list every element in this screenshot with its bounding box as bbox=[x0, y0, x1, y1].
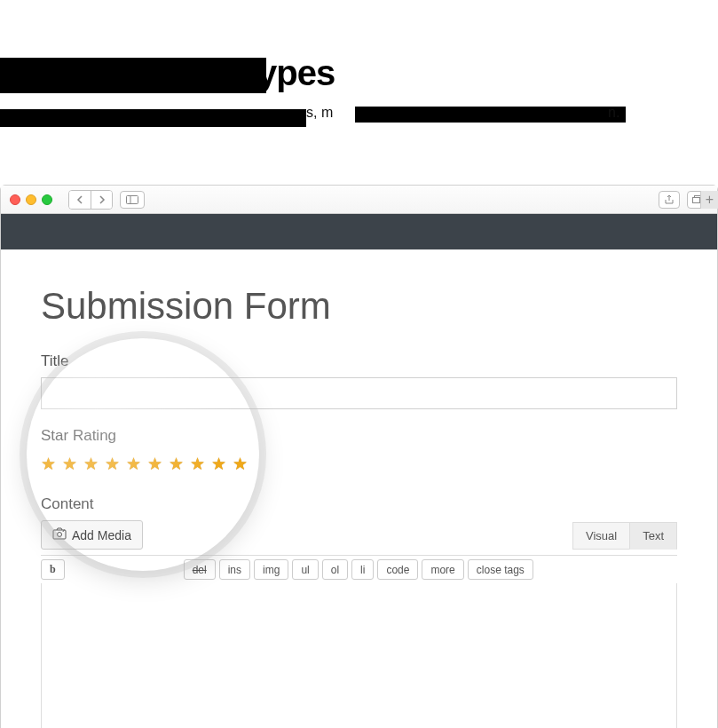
page-title: Submission Form bbox=[41, 285, 677, 328]
content-editor[interactable] bbox=[41, 583, 677, 728]
editor-toolbar: b del ins img ul ol li code more close t… bbox=[41, 555, 677, 583]
back-button[interactable] bbox=[69, 191, 91, 209]
svg-point-5 bbox=[58, 533, 62, 537]
star-icon[interactable]: ★ bbox=[169, 454, 184, 474]
sidebar-toggle-button[interactable] bbox=[120, 191, 145, 209]
toolbar-img-button[interactable]: img bbox=[254, 559, 288, 580]
close-window-button[interactable] bbox=[10, 194, 20, 205]
toolbar-del-button[interactable]: del bbox=[184, 559, 216, 580]
toolbar-ins-button[interactable]: ins bbox=[219, 559, 250, 580]
toolbar-close-tags-button[interactable]: close tags bbox=[468, 559, 533, 580]
toolbar-bold-button[interactable]: b bbox=[41, 559, 65, 580]
star-icon[interactable]: ★ bbox=[105, 454, 120, 474]
tab-text[interactable]: Text bbox=[629, 522, 677, 550]
browser-chrome bbox=[1, 186, 717, 214]
admin-bar bbox=[1, 214, 717, 249]
add-media-button[interactable]: Add Media bbox=[41, 520, 143, 550]
tab-visual[interactable]: Visual bbox=[572, 522, 630, 550]
svg-rect-3 bbox=[693, 197, 700, 202]
star-icon[interactable]: ★ bbox=[83, 454, 99, 474]
share-button[interactable] bbox=[659, 191, 680, 209]
title-input[interactable] bbox=[41, 377, 677, 409]
camera-icon bbox=[52, 527, 67, 542]
content-label: Content bbox=[41, 495, 677, 513]
star-rating[interactable]: ★ ★ ★ ★ ★ ★ ★ ★ ★ ★ bbox=[41, 454, 677, 474]
toolbar-more-button[interactable]: more bbox=[422, 559, 463, 580]
toolbar-code-button[interactable]: code bbox=[377, 559, 418, 580]
star-icon[interactable]: ★ bbox=[126, 454, 141, 474]
star-icon[interactable]: ★ bbox=[62, 454, 77, 474]
star-icon[interactable]: ★ bbox=[233, 454, 248, 474]
rating-label: Star Rating bbox=[41, 427, 677, 445]
maximize-window-button[interactable] bbox=[42, 194, 52, 205]
page-heading-fragment: ypes bbox=[257, 53, 335, 93]
minimize-window-button[interactable] bbox=[26, 194, 36, 205]
toolbar-ol-button[interactable]: ol bbox=[322, 559, 348, 580]
toolbar-ul-button[interactable]: ul bbox=[292, 559, 318, 580]
forward-button[interactable] bbox=[91, 191, 112, 209]
svg-rect-0 bbox=[127, 195, 138, 203]
browser-window: + Submission Form Title Star Rating ★ ★ … bbox=[0, 185, 718, 728]
toolbar-li-button[interactable]: li bbox=[351, 559, 374, 580]
star-icon[interactable]: ★ bbox=[190, 454, 205, 474]
add-media-label: Add Media bbox=[72, 528, 131, 542]
page-subtitle-fragment-2: n. bbox=[608, 105, 619, 121]
star-icon[interactable]: ★ bbox=[41, 454, 56, 474]
star-icon[interactable]: ★ bbox=[147, 454, 162, 474]
new-tab-button[interactable]: + bbox=[700, 191, 718, 209]
star-icon[interactable]: ★ bbox=[211, 454, 226, 474]
page-subtitle-fragment: s, m bbox=[306, 105, 333, 121]
title-label: Title bbox=[41, 352, 677, 370]
svg-rect-4 bbox=[53, 530, 66, 539]
